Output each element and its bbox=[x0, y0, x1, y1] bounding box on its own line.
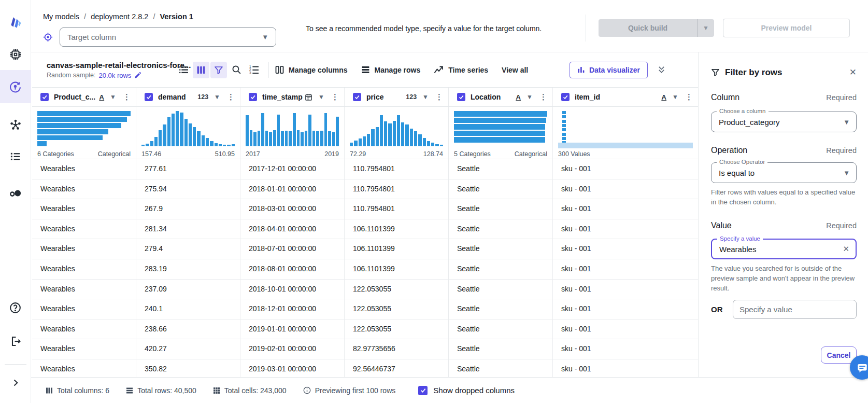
clear-value-icon[interactable]: ✕ bbox=[843, 244, 849, 254]
my-models-nav-icon[interactable] bbox=[9, 80, 22, 93]
column-menu-kebab-icon[interactable]: ⋮ bbox=[227, 92, 235, 102]
view-all-button[interactable]: View all bbox=[502, 66, 528, 74]
column-checkbox[interactable] bbox=[40, 93, 49, 101]
chevron-down-icon[interactable]: ▼ bbox=[110, 93, 116, 101]
numeric-type-icon[interactable]: 123 bbox=[197, 93, 208, 101]
column-header[interactable]: LocationA▼⋮ bbox=[449, 88, 553, 106]
chevron-down-icon[interactable]: ▼ bbox=[318, 93, 324, 101]
chevron-down-icon[interactable]: ▼ bbox=[214, 93, 220, 101]
list-view-icon[interactable] bbox=[175, 62, 192, 78]
column-header[interactable]: time_stamp▼⋮ bbox=[240, 88, 345, 106]
manage-columns-button[interactable]: Manage columns bbox=[275, 65, 348, 74]
quick-build-button[interactable]: Quick build bbox=[599, 19, 697, 37]
target-column-select[interactable]: Target column ▼ bbox=[60, 27, 276, 47]
column-header[interactable]: price123▼⋮ bbox=[345, 88, 449, 106]
previewing-rows-stat: Previewing first 100 rows bbox=[303, 386, 396, 395]
column-menu-kebab-icon[interactable]: ⋮ bbox=[435, 92, 443, 102]
histogram-bars bbox=[141, 111, 235, 146]
logout-icon[interactable] bbox=[9, 335, 22, 348]
column-menu-kebab-icon[interactable]: ⋮ bbox=[685, 92, 693, 102]
preview-model-button[interactable]: Preview model bbox=[723, 19, 850, 37]
column-menu-kebab-icon[interactable]: ⋮ bbox=[539, 92, 547, 102]
specify-value-input[interactable]: Specify a value Wearables ✕ bbox=[711, 239, 857, 259]
text-type-icon[interactable]: A bbox=[99, 93, 104, 101]
breadcrumb-my-models[interactable]: My models bbox=[43, 12, 79, 21]
canvas-logo-icon[interactable] bbox=[9, 16, 22, 29]
text-type-icon[interactable]: A bbox=[661, 93, 666, 101]
text-type-icon[interactable]: A bbox=[516, 93, 521, 101]
table-row[interactable]: Wearables420.272019-02-01 00:00:0082.977… bbox=[32, 339, 698, 359]
chevron-down-icon[interactable]: ▼ bbox=[422, 93, 429, 101]
manage-rows-button[interactable]: Manage rows bbox=[361, 65, 421, 74]
help-icon[interactable] bbox=[9, 301, 22, 314]
column-menu-kebab-icon[interactable]: ⋮ bbox=[123, 92, 131, 102]
sidebar-divider bbox=[5, 364, 26, 365]
time-series-button[interactable]: Time series bbox=[434, 65, 488, 74]
table-cell: Seattle bbox=[449, 319, 553, 339]
column-checkbox[interactable] bbox=[457, 93, 465, 101]
sample-rows-link[interactable]: 20.0k rows bbox=[99, 72, 132, 79]
table-cell: Seattle bbox=[449, 159, 553, 179]
dataset-toolbar: canvas-sample-retail-electronics-fore...… bbox=[31, 52, 698, 87]
recommended-model-message: To see a recommended model type, specify… bbox=[306, 24, 554, 33]
numeric-type-icon[interactable]: 123 bbox=[406, 93, 417, 101]
table-cell: sku - 001 bbox=[553, 219, 698, 239]
column-header[interactable]: demand123▼⋮ bbox=[136, 88, 240, 106]
table-cell: 2018-10-01 00:00:00 bbox=[240, 280, 345, 299]
list-nav-icon[interactable] bbox=[9, 149, 22, 163]
histogram-stats: 20172019 bbox=[246, 150, 339, 158]
column-view-icon[interactable] bbox=[193, 62, 209, 78]
chevron-down-icon[interactable]: ▼ bbox=[672, 93, 678, 101]
chevron-down-icon[interactable]: ▼ bbox=[527, 93, 533, 101]
table-cell: 110.7954801 bbox=[345, 159, 449, 179]
histogram-bars bbox=[246, 111, 339, 146]
data-visualizer-button[interactable]: Data visualizer bbox=[570, 62, 648, 78]
column-menu-kebab-icon[interactable]: ⋮ bbox=[331, 92, 339, 102]
table-row[interactable]: Wearables238.662019-01-01 00:00:00122.05… bbox=[32, 319, 698, 340]
toolbar-divider bbox=[268, 62, 269, 78]
column-checkbox[interactable] bbox=[249, 93, 257, 101]
column-header[interactable]: item_idA▼⋮ bbox=[553, 88, 698, 106]
table-row[interactable]: Wearables350.822019-03-01 00:00:0092.564… bbox=[32, 359, 698, 377]
required-badge: Required bbox=[826, 221, 857, 230]
table-row[interactable]: Wearables275.942018-01-01 00:00:00110.79… bbox=[32, 179, 698, 200]
show-dropped-columns-checkbox[interactable] bbox=[418, 386, 428, 395]
column-header[interactable]: Product_c...A▼⋮ bbox=[32, 88, 136, 106]
table-row[interactable]: Wearables281.342018-04-01 00:00:00106.11… bbox=[32, 219, 698, 240]
column-checkbox[interactable] bbox=[353, 93, 361, 101]
table-cell: Wearables bbox=[32, 299, 136, 319]
table-row[interactable]: Wearables283.192018-08-01 00:00:00106.11… bbox=[32, 259, 698, 280]
custom-models-nav-icon[interactable] bbox=[9, 118, 22, 132]
expand-sidebar-chevron-icon[interactable] bbox=[9, 376, 22, 390]
collapse-double-chevron-icon[interactable] bbox=[657, 65, 666, 74]
table-row[interactable]: Wearables267.92018-03-01 00:00:00110.795… bbox=[32, 199, 698, 219]
choose-operator-value: Is equal to bbox=[719, 169, 755, 177]
filter-icon bbox=[711, 68, 720, 77]
table-cell: 110.7954801 bbox=[345, 199, 449, 219]
model-build-header: My models / deployment 2.8.2 / Version 1… bbox=[31, 0, 868, 52]
table-cell: 277.61 bbox=[136, 159, 240, 179]
column-histogram: 6 CategoriesCategorical bbox=[32, 107, 136, 159]
filter-icon[interactable] bbox=[210, 62, 227, 78]
search-icon[interactable] bbox=[228, 62, 245, 78]
datasets-nav-icon[interactable] bbox=[9, 48, 22, 61]
column-checkbox[interactable] bbox=[561, 93, 570, 101]
column-name: item_id bbox=[575, 93, 600, 101]
column-histogram: 157.46510.95 bbox=[136, 107, 240, 159]
choose-operator-select[interactable]: Choose Operator Is equal to ▼ bbox=[711, 162, 857, 183]
row-list-icon[interactable]: 123 bbox=[246, 62, 262, 78]
table-cell: sku - 001 bbox=[553, 339, 698, 359]
edit-pencil-icon[interactable] bbox=[134, 72, 141, 79]
calendar-icon bbox=[305, 93, 312, 101]
quick-build-dropdown-arrow[interactable]: ▼ bbox=[697, 19, 714, 37]
table-row[interactable]: Wearables277.612017-12-01 00:00:00110.79… bbox=[32, 159, 698, 179]
or-value-input[interactable]: Specify a value bbox=[733, 300, 857, 319]
close-panel-icon[interactable]: ✕ bbox=[849, 67, 857, 78]
automations-nav-icon[interactable] bbox=[9, 186, 22, 199]
choose-column-select[interactable]: Choose a column Product_category ▼ bbox=[711, 112, 857, 132]
table-row[interactable]: Wearables240.12018-12-01 00:00:00122.053… bbox=[32, 299, 698, 319]
column-checkbox[interactable] bbox=[145, 93, 153, 101]
table-row[interactable]: Wearables279.42018-07-01 00:00:00106.110… bbox=[32, 239, 698, 259]
table-row[interactable]: Wearables237.092018-10-01 00:00:00122.05… bbox=[32, 280, 698, 300]
breadcrumb-deployment[interactable]: deployment 2.8.2 bbox=[91, 12, 148, 21]
